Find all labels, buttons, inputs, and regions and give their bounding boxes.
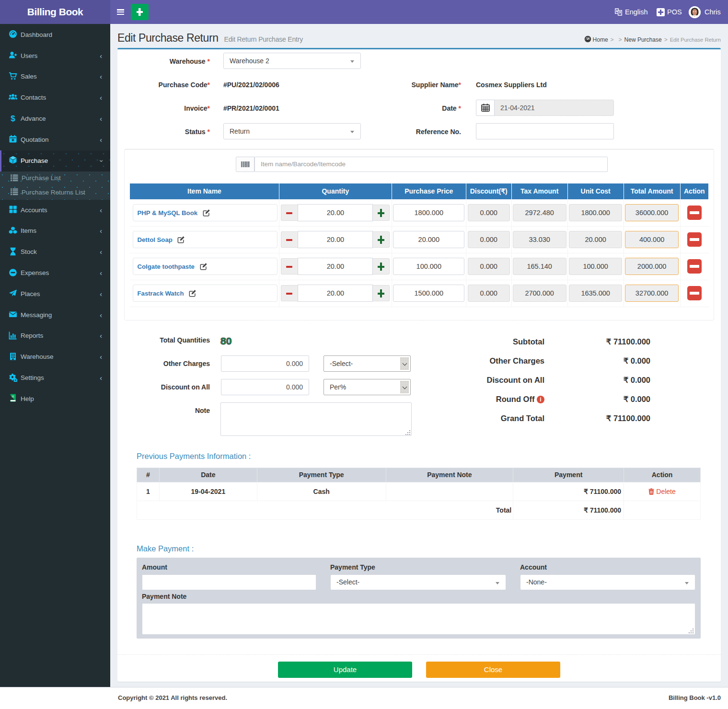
svg-text:$: $ — [11, 114, 15, 123]
